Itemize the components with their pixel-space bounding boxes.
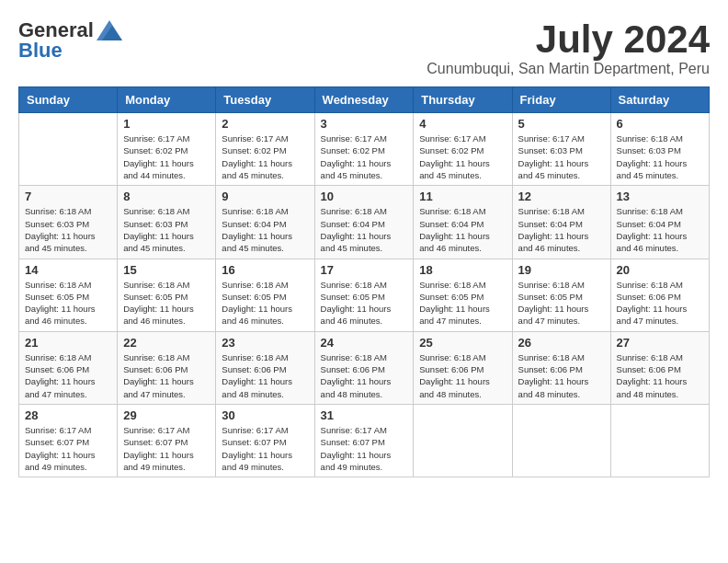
calendar-cell: 12Sunrise: 6:18 AM Sunset: 6:04 PM Dayli…	[512, 186, 610, 259]
calendar-cell: 17Sunrise: 6:18 AM Sunset: 6:05 PM Dayli…	[314, 259, 414, 331]
day-info: Sunrise: 6:18 AM Sunset: 6:05 PM Dayligh…	[25, 279, 111, 327]
day-number: 20	[617, 263, 703, 277]
calendar-cell: 3Sunrise: 6:17 AM Sunset: 6:02 PM Daylig…	[314, 113, 414, 186]
day-info: Sunrise: 6:18 AM Sunset: 6:03 PM Dayligh…	[617, 132, 703, 181]
day-info: Sunrise: 6:18 AM Sunset: 6:04 PM Dayligh…	[518, 205, 605, 254]
col-friday: Friday	[512, 87, 610, 113]
calendar-cell: 4Sunrise: 6:17 AM Sunset: 6:02 PM Daylig…	[414, 113, 512, 186]
day-number: 19	[518, 263, 605, 277]
calendar-cell: 26Sunrise: 6:18 AM Sunset: 6:06 PM Dayli…	[512, 331, 610, 404]
calendar-table: Sunday Monday Tuesday Wednesday Thursday…	[18, 86, 710, 477]
day-info: Sunrise: 6:17 AM Sunset: 6:02 PM Dayligh…	[123, 132, 210, 181]
calendar-cell: 13Sunrise: 6:18 AM Sunset: 6:04 PM Dayli…	[610, 186, 709, 259]
calendar-cell: 27Sunrise: 6:18 AM Sunset: 6:06 PM Dayli…	[610, 331, 709, 404]
day-info: Sunrise: 6:17 AM Sunset: 6:07 PM Dayligh…	[321, 424, 408, 473]
day-number: 10	[321, 190, 408, 203]
calendar-cell	[19, 113, 118, 186]
col-tuesday: Tuesday	[216, 87, 314, 113]
calendar-cell: 21Sunrise: 6:18 AM Sunset: 6:06 PM Dayli…	[19, 331, 118, 404]
day-info: Sunrise: 6:18 AM Sunset: 6:04 PM Dayligh…	[321, 205, 408, 254]
calendar-cell: 18Sunrise: 6:18 AM Sunset: 6:05 PM Dayli…	[414, 259, 512, 331]
day-number: 17	[321, 263, 408, 277]
title-area: July 2024 Cunumbuqui, San Martin Departm…	[427, 18, 710, 77]
day-info: Sunrise: 6:17 AM Sunset: 6:02 PM Dayligh…	[222, 132, 308, 181]
calendar-cell	[610, 404, 709, 477]
day-info: Sunrise: 6:18 AM Sunset: 6:06 PM Dayligh…	[321, 351, 408, 400]
calendar-week-row: 14Sunrise: 6:18 AM Sunset: 6:05 PM Dayli…	[19, 259, 710, 331]
day-info: Sunrise: 6:17 AM Sunset: 6:02 PM Dayligh…	[419, 132, 506, 181]
calendar-week-row: 1Sunrise: 6:17 AM Sunset: 6:02 PM Daylig…	[19, 113, 710, 186]
calendar-cell: 8Sunrise: 6:18 AM Sunset: 6:03 PM Daylig…	[118, 186, 216, 259]
day-number: 2	[222, 117, 308, 131]
day-info: Sunrise: 6:18 AM Sunset: 6:06 PM Dayligh…	[123, 351, 210, 400]
day-info: Sunrise: 6:18 AM Sunset: 6:05 PM Dayligh…	[321, 279, 408, 327]
day-number: 31	[321, 408, 408, 422]
day-number: 12	[518, 190, 605, 203]
col-thursday: Thursday	[414, 87, 512, 113]
day-info: Sunrise: 6:18 AM Sunset: 6:05 PM Dayligh…	[123, 279, 210, 327]
calendar-cell: 6Sunrise: 6:18 AM Sunset: 6:03 PM Daylig…	[610, 113, 709, 186]
day-info: Sunrise: 6:18 AM Sunset: 6:05 PM Dayligh…	[518, 279, 605, 327]
calendar-cell	[414, 404, 512, 477]
col-saturday: Saturday	[610, 87, 709, 113]
day-number: 29	[123, 408, 210, 422]
day-info: Sunrise: 6:17 AM Sunset: 6:02 PM Dayligh…	[321, 132, 408, 181]
calendar-week-row: 7Sunrise: 6:18 AM Sunset: 6:03 PM Daylig…	[19, 186, 710, 259]
col-sunday: Sunday	[19, 87, 118, 113]
calendar-cell: 20Sunrise: 6:18 AM Sunset: 6:06 PM Dayli…	[610, 259, 709, 331]
calendar-cell: 30Sunrise: 6:17 AM Sunset: 6:07 PM Dayli…	[216, 404, 314, 477]
day-number: 24	[321, 336, 408, 350]
day-number: 26	[518, 336, 605, 350]
day-number: 4	[419, 117, 506, 131]
day-number: 23	[222, 336, 308, 350]
calendar-cell: 22Sunrise: 6:18 AM Sunset: 6:06 PM Dayli…	[118, 331, 216, 404]
day-info: Sunrise: 6:18 AM Sunset: 6:04 PM Dayligh…	[617, 205, 703, 254]
col-wednesday: Wednesday	[314, 87, 414, 113]
calendar-week-row: 28Sunrise: 6:17 AM Sunset: 6:07 PM Dayli…	[19, 404, 710, 477]
day-number: 28	[25, 408, 111, 422]
calendar-cell: 5Sunrise: 6:17 AM Sunset: 6:03 PM Daylig…	[512, 113, 610, 186]
calendar-cell: 23Sunrise: 6:18 AM Sunset: 6:06 PM Dayli…	[216, 331, 314, 404]
day-info: Sunrise: 6:18 AM Sunset: 6:06 PM Dayligh…	[419, 351, 506, 400]
calendar-cell: 7Sunrise: 6:18 AM Sunset: 6:03 PM Daylig…	[19, 186, 118, 259]
day-info: Sunrise: 6:18 AM Sunset: 6:05 PM Dayligh…	[222, 279, 308, 327]
day-info: Sunrise: 6:18 AM Sunset: 6:04 PM Dayligh…	[222, 205, 308, 254]
col-monday: Monday	[118, 87, 216, 113]
day-number: 16	[222, 263, 308, 277]
calendar-cell: 11Sunrise: 6:18 AM Sunset: 6:04 PM Dayli…	[414, 186, 512, 259]
day-info: Sunrise: 6:18 AM Sunset: 6:04 PM Dayligh…	[419, 205, 506, 254]
day-info: Sunrise: 6:18 AM Sunset: 6:06 PM Dayligh…	[617, 351, 703, 400]
day-number: 8	[123, 190, 210, 203]
calendar-cell: 29Sunrise: 6:17 AM Sunset: 6:07 PM Dayli…	[118, 404, 216, 477]
day-number: 3	[321, 117, 408, 131]
day-info: Sunrise: 6:18 AM Sunset: 6:06 PM Dayligh…	[518, 351, 605, 400]
day-number: 6	[617, 117, 703, 131]
month-title: July 2024	[427, 18, 710, 61]
day-info: Sunrise: 6:17 AM Sunset: 6:03 PM Dayligh…	[518, 132, 605, 181]
calendar-cell: 25Sunrise: 6:18 AM Sunset: 6:06 PM Dayli…	[414, 331, 512, 404]
day-number: 30	[222, 408, 308, 422]
calendar-header-row: Sunday Monday Tuesday Wednesday Thursday…	[19, 87, 710, 113]
logo-blue: Blue	[18, 39, 63, 63]
page-container: General Blue July 2024 Cunumbuqui, San M…	[18, 18, 710, 477]
calendar-cell: 31Sunrise: 6:17 AM Sunset: 6:07 PM Dayli…	[314, 404, 414, 477]
day-info: Sunrise: 6:18 AM Sunset: 6:03 PM Dayligh…	[123, 205, 210, 254]
day-number: 27	[617, 336, 703, 350]
day-info: Sunrise: 6:18 AM Sunset: 6:05 PM Dayligh…	[419, 279, 506, 327]
calendar-cell: 2Sunrise: 6:17 AM Sunset: 6:02 PM Daylig…	[216, 113, 314, 186]
day-number: 25	[419, 336, 506, 350]
logo-icon	[97, 20, 122, 40]
logo: General Blue	[18, 18, 122, 63]
day-number: 9	[222, 190, 308, 203]
day-info: Sunrise: 6:18 AM Sunset: 6:06 PM Dayligh…	[222, 351, 308, 400]
day-info: Sunrise: 6:18 AM Sunset: 6:03 PM Dayligh…	[25, 205, 111, 254]
day-number: 7	[25, 190, 111, 203]
day-number: 22	[123, 336, 210, 350]
calendar-cell: 10Sunrise: 6:18 AM Sunset: 6:04 PM Dayli…	[314, 186, 414, 259]
day-info: Sunrise: 6:17 AM Sunset: 6:07 PM Dayligh…	[222, 424, 308, 473]
day-info: Sunrise: 6:17 AM Sunset: 6:07 PM Dayligh…	[25, 424, 111, 473]
day-number: 13	[617, 190, 703, 203]
calendar-week-row: 21Sunrise: 6:18 AM Sunset: 6:06 PM Dayli…	[19, 331, 710, 404]
day-number: 14	[25, 263, 111, 277]
calendar-cell: 14Sunrise: 6:18 AM Sunset: 6:05 PM Dayli…	[19, 259, 118, 331]
